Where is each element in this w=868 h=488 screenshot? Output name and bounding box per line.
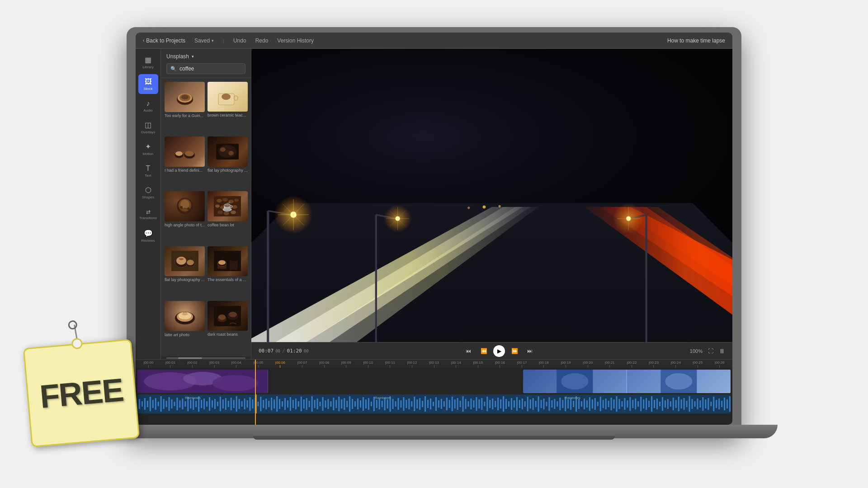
ruler-mark-14: |00:14 bbox=[445, 360, 467, 368]
fast-forward-button[interactable]: ⏩ bbox=[509, 345, 520, 357]
rewind-button[interactable]: ⏪ bbox=[478, 345, 490, 357]
sidebar-item-transitions[interactable]: ⇄ Transitions bbox=[138, 204, 158, 224]
time-separator: / bbox=[282, 348, 285, 354]
svg-point-24 bbox=[228, 200, 234, 203]
sidebar-item-overlays[interactable]: ◫ Overlays bbox=[138, 117, 158, 137]
stock-item-6[interactable]: coffee bean lot bbox=[208, 191, 248, 243]
fast-forward-icon: ⏩ bbox=[511, 348, 518, 354]
sidebar-item-audio[interactable]: ♪ Audio bbox=[138, 96, 158, 116]
chevron-left-icon: ‹ bbox=[143, 38, 144, 43]
svg-rect-111 bbox=[166, 401, 167, 407]
play-button[interactable]: ▶ bbox=[493, 345, 505, 357]
stock-thumb-1 bbox=[165, 82, 205, 112]
fullscreen-button[interactable]: ⛶ bbox=[708, 348, 713, 354]
svg-rect-250 bbox=[541, 400, 542, 408]
audio-waveform-svg: // Generate waveform bars bbox=[137, 394, 731, 413]
svg-rect-318 bbox=[724, 398, 725, 410]
svg-point-35 bbox=[176, 257, 186, 265]
timeline-tracks: Rainbows Rainbows Rainbows // Generate w… bbox=[136, 368, 732, 425]
version-history-button[interactable]: Version History bbox=[277, 38, 314, 44]
ruler-mark-15: |00:15 bbox=[467, 360, 489, 368]
stock-item-10[interactable]: dark roast beans bbox=[208, 301, 248, 353]
skip-forward-button[interactable]: ⏭ bbox=[524, 345, 536, 357]
svg-point-99 bbox=[665, 373, 693, 389]
svg-rect-134 bbox=[228, 401, 229, 407]
ruler-mark-23: |00:23 bbox=[643, 360, 665, 368]
timeline-playhead[interactable] bbox=[255, 360, 256, 368]
back-label: Back to Projects bbox=[146, 38, 185, 44]
svg-point-28 bbox=[226, 204, 231, 208]
search-input[interactable] bbox=[179, 66, 241, 72]
svg-rect-283 bbox=[629, 397, 631, 411]
sidebar-item-motion[interactable]: ✦ Motion bbox=[138, 139, 158, 159]
audio-icon: ♪ bbox=[146, 99, 150, 108]
source-selector[interactable]: Unsplash ▾ bbox=[166, 53, 245, 60]
rewind-icon: ⏪ bbox=[481, 348, 487, 354]
svg-rect-132 bbox=[222, 399, 224, 408]
svg-point-86 bbox=[467, 206, 470, 209]
svg-rect-153 bbox=[279, 399, 280, 409]
ruler-mark-3: |00:03 bbox=[203, 360, 226, 368]
stock-item-8[interactable]: The essentials of a ... bbox=[208, 246, 248, 298]
stock-item-4[interactable]: flat lay photography ... bbox=[208, 136, 248, 188]
svg-rect-305 bbox=[689, 396, 690, 412]
transport-controls: ⏮ ⏪ ▶ ⏩ ⏭ bbox=[462, 345, 536, 357]
svg-rect-227 bbox=[478, 399, 480, 408]
total-frames: 00 bbox=[304, 349, 309, 353]
video-clip-2[interactable] bbox=[523, 370, 731, 393]
current-time-display: 00:07 00 / 01:20 00 bbox=[259, 348, 309, 354]
stock-thumb-6 bbox=[208, 191, 248, 221]
svg-rect-114 bbox=[174, 402, 175, 406]
sidebar-item-reviews[interactable]: 💬 Reviews bbox=[138, 226, 158, 246]
tag-body: FREE bbox=[23, 339, 140, 447]
project-title: How to make time lapse bbox=[667, 38, 725, 44]
stock-thumb-7 bbox=[165, 246, 205, 277]
back-to-projects-button[interactable]: ‹ Back to Projects bbox=[143, 38, 185, 44]
stock-item-label-5: high angle photo of t... bbox=[165, 223, 205, 228]
skip-back-icon: ⏮ bbox=[466, 348, 471, 354]
svg-point-32 bbox=[231, 211, 236, 214]
svg-point-27 bbox=[220, 206, 226, 209]
ruler-mark-4: |00:04 bbox=[225, 360, 247, 368]
skip-back-button[interactable]: ⏮ bbox=[462, 345, 474, 357]
stock-item-9[interactable]: latte art photo bbox=[165, 301, 205, 353]
redo-button[interactable]: Redo bbox=[255, 38, 269, 44]
svg-point-41 bbox=[218, 260, 226, 265]
stock-item-label-1: Too early for a Guin... bbox=[165, 113, 205, 119]
stock-item-1[interactable]: Too early for a Guin... bbox=[165, 82, 205, 134]
stock-item-2[interactable]: brown ceramic teac... bbox=[208, 82, 248, 134]
stock-item-7[interactable]: flat lay photography ... bbox=[165, 246, 205, 298]
undo-button[interactable]: Undo bbox=[233, 38, 246, 44]
svg-rect-267 bbox=[586, 400, 588, 408]
svg-rect-201 bbox=[408, 399, 410, 409]
pause-indicator[interactable]: ⏸ bbox=[719, 347, 725, 355]
sidebar-item-library[interactable]: ▦ Library bbox=[138, 52, 158, 72]
sidebar-item-shapes[interactable]: ⬡ Shapes bbox=[138, 183, 158, 202]
svg-rect-209 bbox=[430, 399, 431, 409]
svg-rect-152 bbox=[276, 396, 278, 412]
svg-rect-291 bbox=[651, 396, 652, 412]
svg-rect-230 bbox=[486, 397, 488, 411]
video-clip-1[interactable] bbox=[137, 370, 268, 393]
svg-rect-166 bbox=[314, 400, 316, 408]
svg-rect-308 bbox=[697, 399, 698, 409]
svg-rect-110 bbox=[163, 399, 165, 409]
svg-rect-235 bbox=[500, 399, 501, 408]
svg-rect-169 bbox=[322, 397, 324, 411]
svg-rect-160 bbox=[298, 401, 299, 407]
ruler-mark-5: |00:05 bbox=[247, 360, 269, 368]
sidebar-item-stock[interactable]: 🖼 Stock bbox=[138, 74, 158, 94]
audio-track-1[interactable]: Rainbows Rainbows Rainbows // Generate w… bbox=[137, 394, 731, 413]
svg-rect-175 bbox=[338, 397, 340, 411]
svg-rect-117 bbox=[182, 399, 183, 409]
svg-rect-297 bbox=[667, 399, 669, 409]
sidebar-item-text[interactable]: T Text bbox=[138, 161, 158, 181]
stock-item-5[interactable]: high angle photo of t... bbox=[165, 191, 205, 243]
svg-rect-256 bbox=[557, 401, 558, 407]
video-track bbox=[137, 370, 731, 393]
stock-item-3[interactable]: I had a friend defini... bbox=[165, 136, 205, 188]
ruler-mark-21: |00:21 bbox=[599, 360, 621, 368]
svg-rect-255 bbox=[554, 399, 555, 409]
svg-rect-229 bbox=[484, 402, 485, 406]
svg-rect-320 bbox=[729, 396, 731, 412]
